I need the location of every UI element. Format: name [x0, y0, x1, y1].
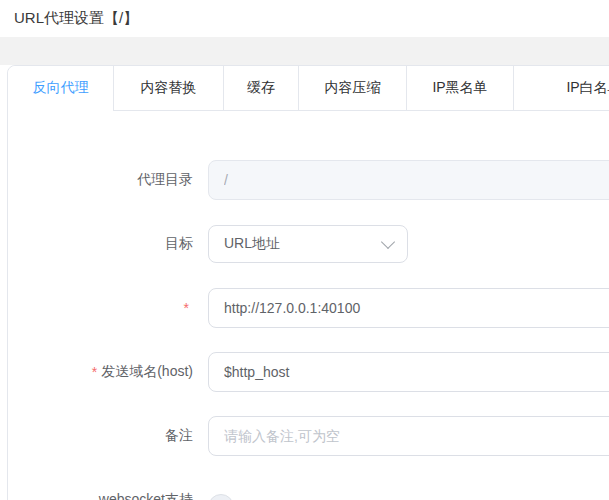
label-text: 发送域名(host): [101, 363, 193, 381]
required-asterisk: *: [184, 300, 189, 316]
header-divider: [0, 37, 609, 65]
target-url-input[interactable]: [208, 288, 609, 328]
tab-label: 内容压缩: [325, 79, 381, 97]
target-label: 目标: [8, 235, 193, 253]
chevron-down-icon: [381, 234, 395, 248]
target-url-label: *: [8, 300, 193, 316]
tab-label: IP黑名单: [432, 79, 487, 97]
send-host-input[interactable]: [208, 352, 609, 392]
label-text: 备注: [165, 427, 193, 445]
tab-ip-whitelist[interactable]: IP白名单: [514, 66, 609, 110]
websocket-checkbox[interactable]: [208, 494, 234, 500]
tab-label: 缓存: [247, 79, 275, 97]
form-row-target: 目标 URL地址: [8, 224, 609, 264]
settings-card: 反向代理 内容替换 缓存 内容压缩 IP黑名单 IP白名单 代理目录: [7, 65, 609, 500]
proxy-directory-label: 代理目录: [8, 171, 193, 189]
page-header: URL代理设置【/】: [0, 0, 609, 37]
label-text: 代理目录: [137, 171, 193, 189]
tab-label: 内容替换: [141, 79, 197, 97]
tab-reverse-proxy[interactable]: 反向代理: [8, 66, 114, 110]
websocket-label: websocket支持: [8, 491, 193, 500]
reverse-proxy-form: 代理目录 目标 URL地址 *: [8, 111, 609, 500]
form-row-proxy-directory: 代理目录: [8, 160, 609, 200]
form-row-target-url: *: [8, 288, 609, 328]
tab-cache[interactable]: 缓存: [224, 66, 299, 110]
tab-bar: 反向代理 内容替换 缓存 内容压缩 IP黑名单 IP白名单: [8, 66, 609, 111]
tab-label: IP白名单: [566, 79, 609, 97]
proxy-directory-input: [208, 160, 609, 200]
target-select-value: URL地址: [224, 235, 280, 253]
label-text: websocket支持: [99, 491, 193, 500]
form-row-send-host: * 发送域名(host): [8, 352, 609, 392]
send-host-label: * 发送域名(host): [8, 363, 193, 381]
remark-input[interactable]: [208, 416, 609, 456]
remark-label: 备注: [8, 427, 193, 445]
target-select[interactable]: URL地址: [208, 225, 408, 263]
form-row-websocket: websocket支持: [8, 480, 609, 500]
page-title: URL代理设置【/】: [14, 9, 138, 28]
tab-ip-blacklist[interactable]: IP黑名单: [407, 66, 514, 110]
required-asterisk: *: [92, 364, 97, 380]
label-text: 目标: [165, 235, 193, 253]
form-row-remark: 备注: [8, 416, 609, 456]
tab-content-replace[interactable]: 内容替换: [114, 66, 224, 110]
tab-label: 反向代理: [33, 79, 89, 97]
tab-content-compress[interactable]: 内容压缩: [299, 66, 407, 110]
